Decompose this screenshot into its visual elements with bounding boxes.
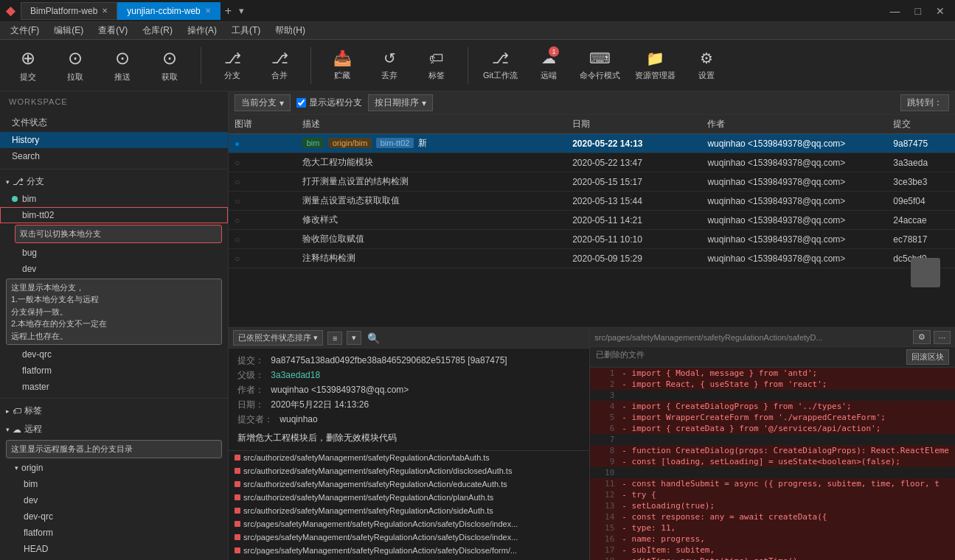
menu-action[interactable]: 操作(A) <box>180 23 224 38</box>
row-desc: 验收部位取赋值 <box>296 230 567 249</box>
list-item[interactable]: src/authorized/safetyManagement/safetyRe… <box>229 451 589 464</box>
tab-close-icon[interactable]: ✕ <box>205 7 211 15</box>
push-button[interactable]: ⊙ 推送 <box>106 48 139 83</box>
annotation-local-branches: 这里显示本地分支， 1.一般本地分支名与远程 分支保持一致。 2.本地存在的分支… <box>6 279 222 346</box>
menu-edit[interactable]: 编辑(E) <box>46 23 91 38</box>
sidebar-item-history[interactable]: History <box>0 132 228 148</box>
sidebar-remote-flatform[interactable]: flatform <box>0 525 228 541</box>
branch-button[interactable]: ⎇ 分支 <box>216 49 249 81</box>
diff-settings-button[interactable]: ⚙ <box>913 330 931 344</box>
explorer-button[interactable]: 📁 资源管理器 <box>635 49 676 81</box>
tab-yunjian[interactable]: yunjian-ccbim-web ✕ <box>117 2 220 20</box>
origin-label: origin <box>21 463 43 473</box>
cmdline-button[interactable]: ⌨ 命令行模式 <box>580 49 620 81</box>
list-item[interactable]: src/authorized/safetyManagement/safetyRe… <box>229 477 589 491</box>
sidebar-remote-dev[interactable]: dev <box>0 492 228 508</box>
sidebar-branch-bim-tt02[interactable]: bim-tt02 <box>0 207 228 223</box>
branch-tag-bim: bim <box>302 138 324 148</box>
maximize-button[interactable]: □ <box>911 4 926 18</box>
branch-selector[interactable]: 当前分支 ▾ <box>235 94 291 111</box>
app-logo: ◆ <box>6 4 15 18</box>
row-date: 2020-05-11 14:21 <box>566 211 701 230</box>
list-item[interactable]: src/authorized/safetyManagement/safetyRe… <box>229 491 589 504</box>
sidebar-branch-master[interactable]: master <box>0 379 228 395</box>
sidebar-branch-dev-qrc[interactable]: dev-qrc <box>0 346 228 363</box>
list-item[interactable]: src/pages/safetyManagement/safetyRegulat… <box>229 517 589 531</box>
list-item[interactable]: src/pages/safetyManagement/safetyRegulat… <box>229 544 589 557</box>
sidebar-branch-bim[interactable]: bim <box>0 191 228 207</box>
line-num: 3 <box>596 391 614 400</box>
diff-line: 16- name: progress, <box>590 533 955 545</box>
minimize-button[interactable]: — <box>886 4 905 18</box>
remote-head-label: HEAD <box>24 544 48 554</box>
table-row[interactable]: ○ 验收部位取赋值 2020-05-11 10:10 wuqinhao <153… <box>229 230 955 249</box>
diff-more-button[interactable]: ··· <box>934 331 951 344</box>
sidebar-branch-flatform[interactable]: flatform <box>0 363 228 379</box>
commit-label: 提交： <box>237 355 264 365</box>
menu-tools[interactable]: 工具(T) <box>224 23 268 38</box>
sidebar-remote-dev-qrc[interactable]: dev-qrc <box>0 508 228 525</box>
row-graph: ○ <box>229 249 296 268</box>
sidebar-item-search[interactable]: Search <box>0 148 228 164</box>
row-commit: 9a87475 <box>887 134 955 153</box>
list-item[interactable]: src/authorized/safetyManagement/safetyRe… <box>229 504 589 517</box>
list-item[interactable]: src/authorized/safetyManagement/safetyRe… <box>229 464 589 477</box>
stash-button[interactable]: 📥 贮藏 <box>326 49 358 81</box>
sidebar-branch-bug[interactable]: bug <box>0 245 228 261</box>
tags-label: 标签 <box>24 405 42 417</box>
sort-by-status-button[interactable]: 已依照文件状态排序 ▾ <box>233 330 323 346</box>
sort-button[interactable]: 按日期排序 ▾ <box>368 94 433 111</box>
menu-help[interactable]: 帮助(H) <box>268 23 313 38</box>
sidebar-branch-dev[interactable]: dev <box>0 261 228 277</box>
sort-by-status-label: 已依照文件状态排序 <box>238 332 311 343</box>
tag-button[interactable]: 🏷 标签 <box>420 50 453 81</box>
tags-section-header[interactable]: ▸ 🏷 标签 <box>0 402 228 420</box>
table-row[interactable]: ○ 修改样式 2020-05-11 14:21 wuqinhao <153984… <box>229 211 955 230</box>
list-view-button[interactable]: ≡ <box>327 332 342 345</box>
jump-button[interactable]: 跳转到： <box>900 94 949 111</box>
commit-detail-panel: 已依照文件状态排序 ▾ ≡ ▾ 🔍 提交： 9a87475a138ad0492f… <box>229 328 590 560</box>
tab-dropdown-button[interactable]: ▾ <box>236 5 247 16</box>
table-row[interactable]: ○ 测量点设置动态获取取值 2020-05-13 15:44 wuqinhao … <box>229 192 955 211</box>
stash-icon: 📥 <box>333 49 352 67</box>
remote-button[interactable]: ☁1 远端 <box>532 49 565 81</box>
close-button[interactable]: ✕ <box>931 4 949 18</box>
origin-chevron-icon: ▾ <box>15 464 18 472</box>
origin-section-header[interactable]: ▾ origin <box>0 460 228 476</box>
table-row[interactable]: ○ 打开测量点设置的结构检测 2020-05-15 15:17 wuqinhao… <box>229 172 955 192</box>
settings-button[interactable]: ⚙ 设置 <box>690 49 723 81</box>
merge-button[interactable]: ⎇ 合并 <box>263 49 296 81</box>
rollback-button[interactable]: 回滚区块 <box>906 349 949 365</box>
table-row[interactable]: ○ 危大工程功能模块 2020-05-22 13:47 wuqinhao <15… <box>229 153 955 172</box>
sidebar-remote-master[interactable]: master <box>0 557 228 561</box>
table-row[interactable]: ○ 注释结构检测 2020-05-09 15:29 wuqinhao <1539… <box>229 249 955 268</box>
git-workflow-button[interactable]: ⎇ Git工作流 <box>483 49 518 81</box>
show-remote-input[interactable] <box>296 98 306 108</box>
remote-section-header[interactable]: ▾ ☁ 远程 <box>0 420 228 438</box>
tab-add-button[interactable]: + <box>220 4 236 18</box>
sidebar-remote-bim[interactable]: bim <box>0 476 228 492</box>
diff-header: 已删除的文件 回滚区块 <box>590 347 955 368</box>
list-item[interactable]: src/pages/safetyManagement/safetyRegulat… <box>229 557 589 560</box>
merge-icon: ⎇ <box>271 49 288 67</box>
commit-button[interactable]: ⊕ 提交 <box>12 48 44 83</box>
list-item[interactable]: src/pages/safetyManagement/safetyRegulat… <box>229 531 589 544</box>
menu-repo[interactable]: 仓库(R) <box>135 23 180 38</box>
sidebar-item-file-status[interactable]: 文件状态 <box>0 113 228 132</box>
detail-search-button[interactable]: 🔍 <box>366 331 381 346</box>
discard-button[interactable]: ↺ 丢弃 <box>373 49 406 81</box>
diff-line: 10 <box>590 467 955 478</box>
table-row[interactable]: ● bim origin/bim bim-tt02 新 2020-05-22 1… <box>229 134 955 153</box>
menu-view[interactable]: 查看(V) <box>91 23 135 38</box>
pull-button[interactable]: ⊙ 拉取 <box>59 48 91 83</box>
tab-bimplatform[interactable]: BimPlatform-web ✕ <box>21 2 117 20</box>
list-dropdown-button[interactable]: ▾ <box>347 331 361 345</box>
show-remote-checkbox[interactable]: 显示远程分支 <box>296 97 362 109</box>
menu-file[interactable]: 文件(F) <box>3 23 46 38</box>
file-path: src/authorized/safetyManagement/safetyRe… <box>243 493 493 502</box>
row-commit: 24accae <box>887 211 955 230</box>
tab-close-icon[interactable]: ✕ <box>102 7 108 15</box>
branches-section-header[interactable]: ▾ ⎇ 分支 <box>0 172 228 191</box>
fetch-button[interactable]: ⊙ 获取 <box>153 48 186 83</box>
sidebar-remote-head[interactable]: HEAD <box>0 541 228 557</box>
